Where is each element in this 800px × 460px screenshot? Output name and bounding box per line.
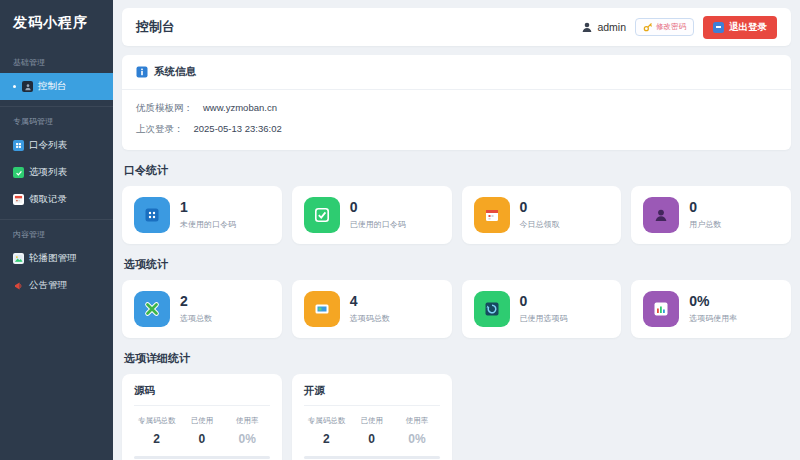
stat-label: 选项码使用率 <box>689 313 737 324</box>
stat-label: 已使用选项码 <box>520 313 568 324</box>
sidebar-section-label: 内容管理 <box>0 220 113 245</box>
sidebar-group-basic: 基础管理 控制台 <box>0 48 113 107</box>
detail-stats-row: 源码 专属码总数 2 已使用 0 使用率 0% <box>122 374 791 460</box>
detail-card-opensource: 开源 专属码总数 2 已使用 0 使用率 0% <box>292 374 452 460</box>
card-icon <box>304 291 340 327</box>
sidebar-item-label: 选项列表 <box>29 166 67 179</box>
username: admin <box>597 21 626 33</box>
info-label: 上次登录： <box>136 123 184 136</box>
stat-card-total-options: 2 选项总数 <box>122 280 282 338</box>
sidebar-item-option-list[interactable]: 选项列表 <box>0 159 113 186</box>
detail-used-value: 0 <box>349 432 394 446</box>
detail-total-value: 2 <box>134 432 179 446</box>
sidebar-item-records[interactable]: 领取记录 <box>0 186 113 213</box>
detail-total-value: 2 <box>304 432 349 446</box>
bar-chart-icon <box>643 291 679 327</box>
stat-card-unused-codes: 1 未使用的口令码 <box>122 186 282 244</box>
sidebar-group-content: 内容管理 轮播图管理 公告管理 <box>0 220 113 305</box>
stat-card-used-option-codes: 0 已使用选项码 <box>462 280 622 338</box>
info-icon <box>136 66 148 78</box>
stat-card-total-users: 0 用户总数 <box>631 186 791 244</box>
sidebar-section-label: 基础管理 <box>0 48 113 73</box>
key-icon <box>643 22 653 32</box>
detail-col-header: 已使用 <box>349 416 394 426</box>
stat-card-total-option-codes: 4 选项码总数 <box>292 280 452 338</box>
current-user: admin <box>581 21 626 33</box>
logout-button[interactable]: 退出登录 <box>703 16 777 39</box>
logout-icon <box>713 22 724 33</box>
main-content: 控制台 admin 修改密码 退出登录 系统信息 <box>113 0 800 460</box>
stat-label: 今日总领取 <box>520 219 560 230</box>
section-title-option-stats: 选项统计 <box>124 257 789 272</box>
stat-card-today-claims: 0 今日总领取 <box>462 186 622 244</box>
sidebar-item-label: 口令列表 <box>29 139 67 152</box>
sidebar-item-announcements[interactable]: 公告管理 <box>0 272 113 299</box>
change-password-label: 修改密码 <box>656 22 686 32</box>
stat-value: 0% <box>689 294 737 309</box>
app-window: 发码小程序 基础管理 控制台 专属码管理 口令列表 <box>0 0 800 460</box>
usage-progress-bar <box>304 456 440 459</box>
option-list-icon <box>13 167 24 178</box>
stat-value: 0 <box>350 200 406 215</box>
password-list-icon <box>13 140 24 151</box>
stat-value: 0 <box>520 294 568 309</box>
section-title-detail-stats: 选项详细统计 <box>124 351 789 366</box>
user-icon <box>643 197 679 233</box>
sidebar-item-password-list[interactable]: 口令列表 <box>0 132 113 159</box>
detail-rate-value: 0% <box>394 432 439 446</box>
refresh-icon <box>474 291 510 327</box>
detail-card-title: 开源 <box>304 384 440 406</box>
detail-card-source: 源码 专属码总数 2 已使用 0 使用率 0% <box>122 374 282 460</box>
info-value: 2025-05-13 23:36:02 <box>194 123 282 136</box>
sidebar: 发码小程序 基础管理 控制台 专属码管理 口令列表 <box>0 0 113 460</box>
stat-value: 4 <box>350 294 390 309</box>
detail-card-title: 源码 <box>134 384 270 406</box>
stat-card-option-usage-rate: 0% 选项码使用率 <box>631 280 791 338</box>
page-title: 控制台 <box>136 18 175 36</box>
system-info-title: 系统信息 <box>154 65 196 79</box>
puzzle-icon <box>134 291 170 327</box>
stat-label: 用户总数 <box>689 219 721 230</box>
usage-progress-bar <box>134 456 270 459</box>
keypad-icon <box>134 197 170 233</box>
stat-value: 2 <box>180 294 212 309</box>
sidebar-group-codes: 专属码管理 口令列表 选项列表 领取记录 <box>0 107 113 220</box>
carousel-icon <box>13 253 24 264</box>
stat-label: 已使用的口令码 <box>350 219 406 230</box>
option-stats-row: 2 选项总数 4 选项码总数 0 已使用选项码 <box>122 280 791 338</box>
stat-value: 1 <box>180 200 236 215</box>
section-title-password-stats: 口令统计 <box>124 163 789 178</box>
logout-label: 退出登录 <box>729 21 767 34</box>
sidebar-section-label: 专属码管理 <box>0 107 113 132</box>
stat-label: 选项总数 <box>180 313 212 324</box>
record-icon <box>13 194 24 205</box>
calendar-icon <box>474 197 510 233</box>
system-info-body: 优质模板网： www.yzmoban.cn 上次登录： 2025-05-13 2… <box>122 90 791 150</box>
info-row-site: 优质模板网： www.yzmoban.cn <box>136 98 777 119</box>
sidebar-item-label: 控制台 <box>38 80 67 93</box>
detail-col-header: 已使用 <box>179 416 224 426</box>
stat-label: 选项码总数 <box>350 313 390 324</box>
sidebar-item-console[interactable]: 控制台 <box>0 73 113 100</box>
app-title: 发码小程序 <box>0 0 113 48</box>
info-label: 优质模板网： <box>136 102 193 115</box>
info-value: www.yzmoban.cn <box>203 102 277 115</box>
detail-col-header: 专属码总数 <box>134 416 179 426</box>
user-avatar-icon <box>581 21 593 33</box>
detail-used-value: 0 <box>179 432 224 446</box>
sidebar-item-label: 公告管理 <box>29 279 67 292</box>
sidebar-item-carousel[interactable]: 轮播图管理 <box>0 245 113 272</box>
detail-rate-value: 0% <box>225 432 270 446</box>
detail-col-header: 专属码总数 <box>304 416 349 426</box>
sidebar-item-label: 轮播图管理 <box>29 252 77 265</box>
info-row-last-login: 上次登录： 2025-05-13 23:36:02 <box>136 119 777 140</box>
stat-card-used-codes: 0 已使用的口令码 <box>292 186 452 244</box>
change-password-button[interactable]: 修改密码 <box>635 18 694 36</box>
stat-label: 未使用的口令码 <box>180 219 236 230</box>
top-bar-actions: admin 修改密码 退出登录 <box>581 16 777 39</box>
system-info-header: 系统信息 <box>122 55 791 90</box>
console-icon <box>22 81 33 92</box>
stat-value: 0 <box>689 200 721 215</box>
detail-col-header: 使用率 <box>394 416 439 426</box>
active-dot <box>13 85 16 88</box>
